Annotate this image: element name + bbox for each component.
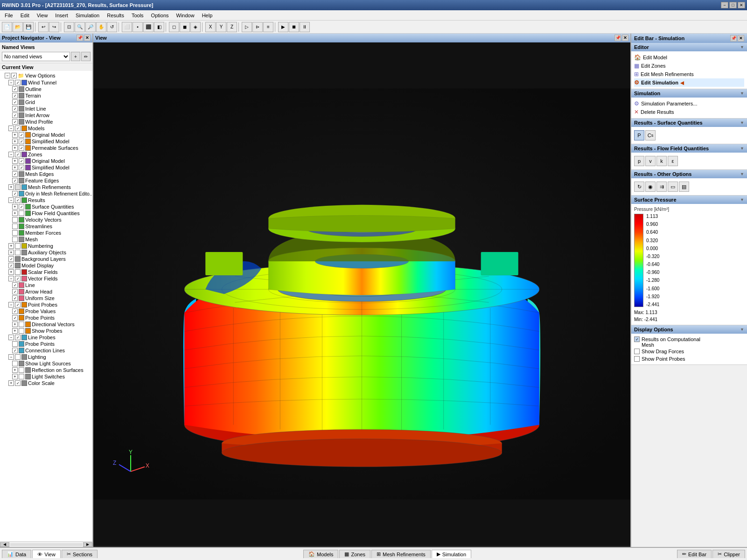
chk-view-options[interactable]: ✓: [11, 73, 17, 78]
tree-simplified-model-1[interactable]: + ✓ Simplified Model: [1, 138, 91, 145]
expand-zone-orig[interactable]: +: [12, 158, 18, 164]
chk-terrain[interactable]: ✓: [12, 93, 18, 98]
expand-flow-field[interactable]: +: [12, 210, 18, 216]
chk-bg-layers[interactable]: ✓: [8, 256, 14, 262]
chk-light-sw[interactable]: [19, 374, 24, 379]
panel-pin-btn[interactable]: 📌: [77, 35, 83, 41]
other-dropdown[interactable]: ▼: [740, 172, 744, 176]
tb-rotate[interactable]: ↺: [107, 22, 117, 32]
viewport-pin[interactable]: 📌: [614, 35, 621, 41]
tree-surface-qty[interactable]: + ✓ Surface Quantities: [1, 203, 91, 210]
chk-point-probes-disp[interactable]: [634, 356, 640, 362]
chk-show-lights[interactable]: [12, 361, 18, 366]
tb-view2[interactable]: ▪: [133, 22, 143, 32]
expand-pp-dir[interactable]: +: [12, 322, 18, 327]
tb-view1[interactable]: ⬜: [122, 22, 132, 32]
surf-qty-dropdown[interactable]: ▼: [740, 120, 744, 125]
right-panel-close[interactable]: ✕: [738, 35, 744, 42]
chk-vector[interactable]: ✓: [15, 276, 21, 281]
expand-wind-tunnel[interactable]: −: [8, 80, 14, 85]
expand-models[interactable]: −: [8, 126, 14, 131]
tree-lighting[interactable]: − Lighting: [1, 354, 91, 360]
3d-viewport[interactable]: X Y Z: [93, 42, 630, 546]
expand-lighting[interactable]: −: [8, 354, 14, 360]
tab-data[interactable]: 📊 Data: [2, 550, 31, 558]
tree-vf-arrowhead[interactable]: ✓ Arrow Head: [1, 288, 91, 295]
chk-auxiliary[interactable]: [15, 250, 21, 255]
tree-point-probes[interactable]: − ✓ Point Probes: [1, 301, 91, 308]
close-button[interactable]: ✕: [738, 2, 745, 8]
menu-options[interactable]: Options: [147, 10, 173, 20]
tree-scalar-fields[interactable]: + Scalar Fields: [1, 269, 91, 275]
menu-file[interactable]: File: [1, 10, 17, 20]
chk-mesh-item[interactable]: [12, 237, 18, 242]
tree-auxiliary[interactable]: + Auxiliary Objects: [1, 249, 91, 256]
right-panel-pin[interactable]: 📌: [730, 35, 737, 42]
chk-mesh-ref[interactable]: [15, 184, 21, 190]
tree-mesh-edges[interactable]: ✓ Mesh Edges: [1, 171, 91, 177]
chk-simp-model-1[interactable]: ✓: [19, 139, 24, 144]
tab-models[interactable]: 🏠 Models: [303, 550, 338, 558]
tree-bg-layers[interactable]: ✓ Background Layers: [1, 256, 91, 262]
ff-v-btn[interactable]: v: [645, 156, 656, 166]
tb-sim3[interactable]: ⏸: [300, 22, 310, 32]
tree-only-mesh[interactable]: ✓ Only in Mesh Refinement Edito...: [1, 190, 91, 197]
oo-btn1[interactable]: ↻: [634, 182, 644, 192]
tree-mesh-item[interactable]: Mesh: [1, 236, 91, 243]
chk-orig-model-1[interactable]: ✓: [19, 132, 24, 138]
tree-show-lights[interactable]: Show Light Sources: [1, 360, 91, 367]
expand-color-scale[interactable]: +: [8, 380, 14, 386]
tree-light-switches[interactable]: + Light Switches: [1, 373, 91, 380]
expand-surface-qty[interactable]: +: [12, 204, 18, 210]
expand-reflection[interactable]: +: [12, 367, 18, 373]
expand-scalar[interactable]: +: [8, 269, 14, 275]
expand-view-options[interactable]: −: [5, 73, 10, 78]
tree-vf-line[interactable]: ✓ Line: [1, 282, 91, 288]
tb-undo[interactable]: ↩: [38, 22, 49, 32]
tb-new[interactable]: 📄: [2, 22, 12, 32]
tree-vector-fields[interactable]: − ✓ Vector Fields: [1, 275, 91, 282]
tb-sim1[interactable]: ▶: [278, 22, 288, 32]
tree-zone-simp[interactable]: + ✓ Simplified Model: [1, 164, 91, 171]
tree-inlet-arrow[interactable]: ✓ Inlet Arrow: [1, 112, 91, 119]
expand-vector[interactable]: −: [8, 276, 14, 281]
edit-model-btn[interactable]: 🏠 Edit Model: [634, 53, 744, 62]
tree-streamlines[interactable]: Streamlines: [1, 223, 91, 230]
oo-btn3[interactable]: ⇉: [656, 182, 667, 192]
tree-pp-points[interactable]: ✓ Probe Points: [1, 315, 91, 321]
menu-simulation[interactable]: Simulation: [72, 10, 103, 20]
tree-grid[interactable]: ✓ Grid: [1, 99, 91, 105]
panel-close-btn[interactable]: ✕: [84, 35, 91, 41]
disp-dropdown[interactable]: ▼: [740, 327, 744, 332]
expand-orig-model-1[interactable]: +: [12, 132, 18, 138]
chk-streamlines[interactable]: [12, 224, 18, 229]
chk-wind-profile[interactable]: ✓: [12, 119, 18, 125]
tb-x1[interactable]: X: [205, 22, 216, 32]
tree-permeable[interactable]: + ✓ Permeable Surfaces: [1, 145, 91, 151]
chk-lighting[interactable]: [15, 354, 21, 360]
scroll-right[interactable]: ▶: [83, 542, 92, 547]
chk-scalar[interactable]: [15, 269, 21, 275]
chk-reflection[interactable]: [19, 367, 24, 373]
chk-lp-conn-lines[interactable]: ✓: [12, 348, 18, 353]
tree-outline[interactable]: ✓ Outline: [1, 86, 91, 92]
expand-mesh-ref[interactable]: +: [8, 184, 14, 190]
chk-zone-simp[interactable]: ✓: [19, 165, 24, 170]
tb-redo[interactable]: ↪: [49, 22, 59, 32]
tab-simulation[interactable]: ▶ Simulation: [432, 550, 471, 558]
expand-line-probes[interactable]: −: [8, 335, 14, 340]
chk-vf-uniform[interactable]: ✓: [12, 295, 18, 301]
tb-clip2[interactable]: ⊳: [252, 22, 263, 32]
chk-model-display[interactable]: ✓: [8, 263, 14, 268]
chk-outline[interactable]: ✓: [12, 86, 18, 92]
menu-view[interactable]: View: [33, 10, 52, 20]
chk-point-probes[interactable]: ✓: [15, 302, 21, 308]
tab-sections[interactable]: ✂ Sections: [62, 550, 98, 558]
sim-dropdown-icon[interactable]: ▼: [740, 91, 744, 96]
tb-render1[interactable]: ◻: [169, 22, 179, 32]
chk-pp-points[interactable]: ✓: [12, 315, 18, 321]
flow-dropdown[interactable]: ▼: [740, 146, 744, 151]
tree-inlet-line[interactable]: ✓ Inlet Line: [1, 105, 91, 112]
chk-only-mesh[interactable]: ✓: [12, 191, 18, 196]
chk-vf-line[interactable]: ✓: [12, 282, 18, 288]
